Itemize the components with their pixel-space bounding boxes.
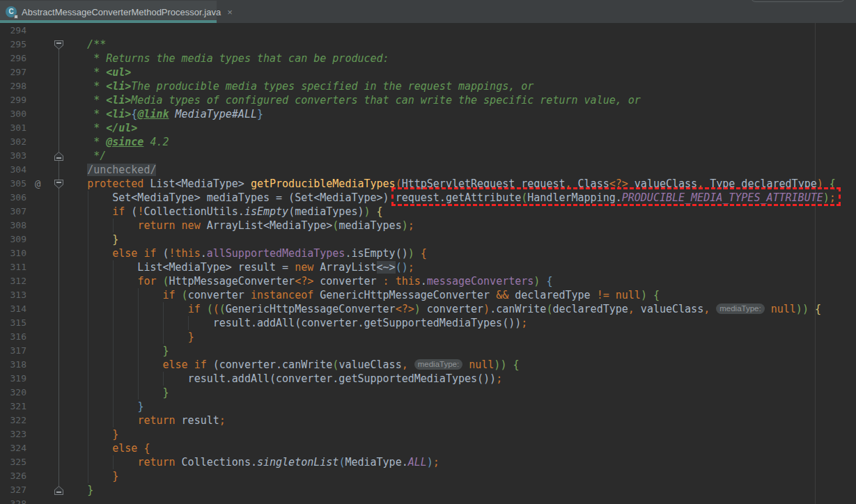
code-text: if (converter instanceof GenericHttpMess… [62,288,660,302]
parameter-hint: mediaType: [414,359,462,370]
code-line[interactable]: 295 /** [0,38,856,52]
line-number: 309 [0,233,26,246]
code-text: } [62,427,118,441]
code-text: } [62,330,194,344]
readonly-lock-icon [14,15,18,19]
line-number: 305 [0,177,26,191]
code-line[interactable]: 317 } [0,344,856,358]
code-text: */ [62,149,106,163]
code-line[interactable]: 328 [0,497,856,504]
line-number: 311 [0,260,26,274]
code-text: result.addAll(converter.getSupportedMedi… [62,372,502,386]
code-line[interactable]: 303 */ [0,149,856,163]
editor-tab-active[interactable]: C AbstractMessageConverterMethodProcesso… [0,1,217,23]
line-number: 310 [0,246,26,260]
highlight-box [391,187,841,206]
code-text: } [62,386,169,400]
line-number: 323 [0,427,26,441]
line-number: 295 [0,38,26,52]
line-number: 298 [0,79,26,93]
line-number: 326 [0,469,26,483]
fold-end-icon[interactable] [54,152,63,161]
code-line[interactable]: 326 } [0,469,856,483]
fold-start-icon[interactable] [54,40,63,49]
code-line[interactable]: 319 result.addAll(converter.getSupported… [0,372,856,386]
code-line[interactable]: 316 } [0,330,856,344]
code-text: } [62,344,169,358]
line-number: 325 [0,455,26,469]
code-text: /** [62,38,106,52]
line-number: 318 [0,358,26,372]
line-number: 321 [0,400,26,414]
code-line[interactable]: 322 return result; [0,414,856,427]
code-line[interactable]: 313 if (converter instanceof GenericHttp… [0,288,856,302]
annotation-gutter-icon[interactable]: @ [35,177,40,191]
line-number: 308 [0,219,26,233]
line-number: 307 [0,205,26,219]
code-text: return new ArrayList<MediaType>(mediaTyp… [62,219,414,233]
code-text: if (((GenericHttpMessageConverter<?>) co… [62,302,821,316]
code-line[interactable]: 324 else { [0,441,856,455]
code-editor[interactable]: 294295 /**296 * Returns the media types … [0,23,856,504]
code-line[interactable]: 312 for (HttpMessageConverter<?> convert… [0,274,856,288]
line-number: 317 [0,344,26,358]
code-text: * <li>Media types of configured converte… [62,93,641,107]
line-number: 312 [0,274,26,288]
tab-title: AbstractMessageConverterMethodProcessor.… [22,7,221,17]
code-text: result.addAll(converter.getSupportedMedi… [62,316,527,330]
fold-start-icon[interactable] [54,180,63,189]
code-line[interactable]: 311 List<MediaType> result = new ArrayLi… [0,260,856,274]
code-line[interactable]: 300 * <li>{@link MediaType#ALL} [0,107,856,121]
line-number: 301 [0,121,26,135]
code-text: return Collections.singletonList(MediaTy… [62,455,439,469]
tab-close-icon[interactable]: × [227,7,233,17]
ide-window: C AbstractMessageConverterMethodProcesso… [0,0,856,504]
java-class-icon: C [6,6,17,17]
code-text: } [62,483,93,497]
line-number: 306 [0,191,26,205]
code-line[interactable]: 301 * </ul> [0,121,856,135]
code-line[interactable]: 296 * Returns the media types that can b… [0,52,856,65]
code-text: } [62,400,143,414]
line-number: 296 [0,52,26,65]
code-text: * <li>{@link MediaType#ALL} [62,107,263,121]
code-line[interactable]: 314 if (((GenericHttpMessageConverter<?>… [0,302,856,316]
code-line[interactable]: 304 /unchecked/ [0,163,856,177]
editor-tab-bar: C AbstractMessageConverterMethodProcesso… [0,0,856,23]
line-number: 316 [0,330,26,344]
popup-border-fragment [750,0,846,2]
line-number: 297 [0,65,26,79]
code-line[interactable]: 318 else if (converter.canWrite(valueCla… [0,358,856,372]
code-line[interactable]: 298 * <li>The producible media types spe… [0,79,856,93]
code-text: else { [62,441,150,455]
code-line[interactable]: 327 } [0,483,856,497]
line-number: 315 [0,316,26,330]
code-line[interactable]: 315 result.addAll(converter.getSupported… [0,316,856,330]
code-line[interactable]: 321 } [0,400,856,414]
fold-end-icon[interactable] [54,486,63,495]
line-number: 314 [0,302,26,316]
line-number: 294 [0,24,26,38]
code-line[interactable]: 308 return new ArrayList<MediaType>(medi… [0,219,856,233]
code-line[interactable]: 309 } [0,233,856,246]
code-text: else if (!this.allSupportedMediaTypes.is… [62,246,427,260]
code-line[interactable]: 302 * @since 4.2 [0,135,856,149]
line-number: 328 [0,497,26,504]
line-number: 302 [0,135,26,149]
code-text: * </ul> [62,121,137,135]
code-line[interactable]: 299 * <li>Media types of configured conv… [0,93,856,107]
code-line[interactable]: 307 if (!CollectionUtils.isEmpty(mediaTy… [0,205,856,219]
code-line[interactable]: 294 [0,24,856,38]
code-line[interactable]: 323 } [0,427,856,441]
line-number: 327 [0,483,26,497]
code-line[interactable]: 310 else if (!this.allSupportedMediaType… [0,246,856,260]
code-text: } [62,233,118,246]
code-line[interactable]: 325 return Collections.singletonList(Med… [0,455,856,469]
code-text: * Returns the media types that can be pr… [62,52,389,65]
code-text: } [62,469,118,483]
code-line[interactable]: 297 * <ul> [0,65,856,79]
code-text: else if (converter.canWrite(valueClass, … [62,358,519,372]
line-number: 322 [0,414,26,427]
code-text: return result; [62,414,226,427]
code-line[interactable]: 320 } [0,386,856,400]
